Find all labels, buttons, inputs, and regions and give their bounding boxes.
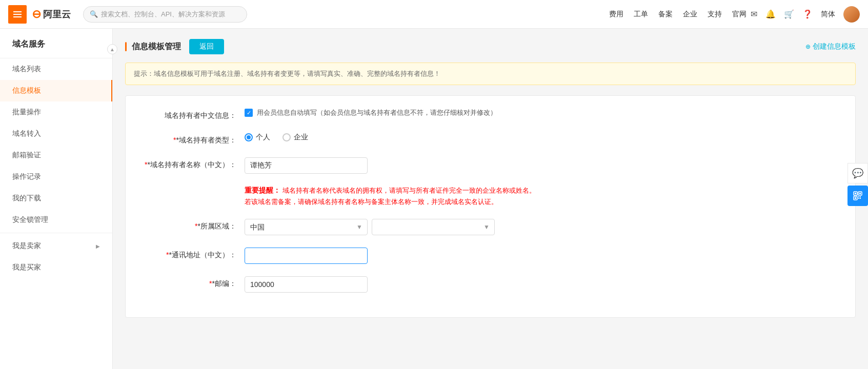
logo-icon: ⊖ [32,8,41,21]
postal-label: **邮编： [142,276,245,289]
warning-container: 重要提醒： 域名持有者名称代表域名的拥有权，请填写与所有者证件完全一致的企业名称… [245,186,536,207]
logo-area[interactable]: ⊖ 阿里云 [32,8,71,21]
cart-icon[interactable]: 🛒 [784,9,794,19]
warning-text2: 若该域名需备案，请确保域名持有者名称与备案主体名称一致，并完成域名实名认证。 [245,197,536,207]
address-row: **通讯地址（中文）： [142,248,839,264]
app-header: ⊖ 阿里云 🔍 搜索文档、控制台、API、解决方案和资源 费用 工单 备案 企业… [0,0,868,29]
warning-text1: 域名持有者名称代表域名的拥有权，请填写与所有者证件完全一致的企业名称或姓名。 [282,187,536,194]
nav-enterprise[interactable]: 企业 [683,10,697,19]
owner-type-label: **域名持有者类型： [142,133,245,145]
search-bar[interactable]: 🔍 搜索文档、控制台、API、解决方案和资源 [83,6,247,23]
sidebar-item-im-seller[interactable]: 我是卖家 ▶ [0,235,112,257]
logo-text: 阿里云 [43,8,71,20]
page-header-bar [125,42,127,51]
nav-fee[interactable]: 费用 [609,10,623,19]
main-nav: 费用 工单 备案 企业 支持 官网 [609,10,746,19]
language-selector[interactable]: 简体 [821,10,835,19]
autofill-label: 用会员信息自动填写（如会员信息与域名持有者信息不符，请您仔细核对并修改） [257,108,497,117]
region-row: **所属区域： 中国 ▼ ▼ [142,219,839,235]
email-icon[interactable]: ✉ [751,9,757,19]
address-content [245,248,839,264]
region-select2-wrapper: ▼ [372,219,495,235]
checkbox-check-icon: ✓ [247,110,251,116]
sidebar-item-my-download[interactable]: 我的下载 [0,188,112,209]
qrcode-icon [853,191,863,201]
warning-title-line: 重要提醒： 域名持有者名称代表域名的拥有权，请填写与所有者证件完全一致的企业名称… [245,186,536,195]
radio-personal[interactable]: 个人 [245,133,270,142]
autofill-checkbox-wrapper: ✓ 用会员信息自动填写（如会员信息与域名持有者信息不符，请您仔细核对并修改） [245,108,497,117]
radio-enterprise-outer [282,133,291,141]
chinese-info-content: ✓ 用会员信息自动填写（如会员信息与域名持有者信息不符，请您仔细核对并修改） [245,108,839,117]
header-icons: ✉ 🔔 🛒 ❓ 简体 [751,6,860,23]
region-select-wrapper: 中国 ▼ [245,219,368,235]
back-button[interactable]: 返回 [189,39,224,54]
help-icon[interactable]: ❓ [802,9,813,19]
warning-title: 重要提醒： [245,186,280,194]
sidebar-item-im-buyer[interactable]: 我是买家 [0,257,112,278]
create-link-icon: ⊕ [805,43,811,50]
chat-button[interactable]: 💬 [847,163,868,183]
sidebar-item-domain-transfer[interactable]: 域名转入 [0,123,112,145]
svg-rect-8 [858,198,859,199]
sidebar-divider [0,233,112,233]
radio-enterprise-label: 企业 [294,133,308,142]
svg-rect-5 [855,197,856,199]
avatar[interactable] [843,6,860,23]
sidebar-title: 域名服务 [0,29,112,58]
warning-row: 重要提醒： 域名持有者名称代表域名的拥有权，请填写与所有者证件完全一致的企业名称… [142,186,839,207]
radio-personal-label: 个人 [256,133,270,142]
nav-support[interactable]: 支持 [708,10,722,19]
region-select2[interactable] [372,219,495,235]
nav-official[interactable]: 官网 [732,10,746,19]
svg-rect-6 [858,196,859,197]
postal-row: **邮编： [142,276,839,293]
sidebar-item-domain-list[interactable]: 域名列表 [0,58,112,80]
page-title: 信息模板管理 [132,42,181,52]
autofill-checkbox[interactable]: ✓ [245,109,253,117]
region-content: 中国 ▼ ▼ [245,219,839,235]
warning-content: 重要提醒： 域名持有者名称代表域名的拥有权，请填写与所有者证件完全一致的企业名称… [245,186,839,207]
svg-rect-7 [860,196,861,197]
radio-group-owner-type: 个人 企业 [245,133,308,142]
sidebar-expand-icon: ▶ [96,243,100,249]
sidebar-item-batch-ops[interactable]: 批量操作 [0,101,112,123]
nav-ticket[interactable]: 工单 [634,10,648,19]
sidebar-item-info-template[interactable]: 信息模板 [0,80,112,101]
owner-name-row: **域名持有者名称（中文）： [142,157,839,174]
radio-personal-outer [245,133,253,141]
svg-rect-1 [855,193,856,194]
radio-personal-inner [247,135,251,139]
sidebar-collapse-button[interactable]: ▲ [107,44,117,54]
region-label: **所属区域： [142,219,245,231]
address-input[interactable] [245,248,368,264]
create-template-link[interactable]: ⊕ 创建信息模板 [805,42,856,51]
qrcode-button[interactable] [847,186,868,206]
search-input-placeholder: 搜索文档、控制台、API、解决方案和资源 [101,10,225,19]
hamburger-menu[interactable] [8,5,27,24]
radio-enterprise[interactable]: 企业 [282,133,308,142]
notification-icon[interactable]: 🔔 [765,9,776,19]
search-icon: 🔍 [90,10,98,18]
owner-type-row: **域名持有者类型： 个人 企业 [142,133,839,145]
owner-type-options: 个人 企业 [245,133,839,142]
owner-name-content [245,157,839,174]
postal-content [245,276,839,293]
svg-rect-9 [860,198,861,199]
region-select[interactable]: 中国 [245,219,368,235]
nav-icp[interactable]: 备案 [658,10,673,19]
chinese-info-label: 域名持有者中文信息： [142,108,245,120]
content-area: 信息模板管理 返回 ⊕ 创建信息模板 提示：域名信息模板可用于域名注册、域名持有… [113,29,868,369]
floating-buttons: 💬 [847,163,868,206]
warning-label-spacer [142,186,245,189]
sidebar-item-email-verify[interactable]: 邮箱验证 [0,145,112,166]
address-label: **通讯地址（中文）： [142,248,245,260]
page-header: 信息模板管理 返回 ⊕ 创建信息模板 [125,39,856,54]
main-layout: 域名服务 ▲ 域名列表 信息模板 批量操作 域名转入 邮箱验证 操作记录 我的下… [0,29,868,369]
svg-rect-3 [859,193,861,194]
owner-name-label: **域名持有者名称（中文）： [142,157,245,170]
sidebar-item-op-record[interactable]: 操作记录 [0,166,112,188]
postal-input[interactable] [245,276,368,293]
owner-name-input[interactable] [245,157,368,174]
sidebar: 域名服务 ▲ 域名列表 信息模板 批量操作 域名转入 邮箱验证 操作记录 我的下… [0,29,113,369]
sidebar-item-security-lock[interactable]: 安全锁管理 [0,209,112,231]
